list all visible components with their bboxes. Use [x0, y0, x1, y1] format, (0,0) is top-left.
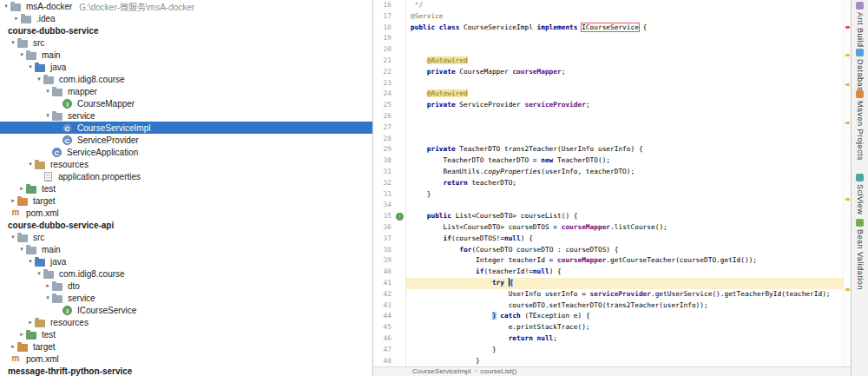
tool-window-button-bean-validation[interactable]: Bean Validation	[852, 219, 868, 294]
code-line-36[interactable]: 36 List<CourseDTO> courseDTOS = courseMa…	[373, 222, 851, 234]
tree-item-target[interactable]: ▸target	[0, 195, 372, 207]
collapse-arrow-icon[interactable]: ▾	[26, 61, 35, 73]
code-text[interactable]: UserInfo userInfo = serviceProvider.getU…	[406, 289, 851, 300]
code-line-39[interactable]: 39 Integer teacherId = courseMapper.getC…	[373, 255, 851, 267]
tree-item-service[interactable]: ▾service	[0, 292, 372, 304]
collapse-arrow-icon[interactable]: ▾	[43, 85, 52, 97]
tree-item-project-root[interactable]: ▾ msA-docker G:\docker-微服务\msA-docker	[0, 0, 372, 12]
collapse-arrow-icon[interactable]: ▾	[26, 255, 35, 267]
code-line-18[interactable]: 18public class CourseServiceImpl impleme…	[373, 23, 851, 34]
code-text[interactable]	[406, 200, 851, 211]
tree-item-mapper[interactable]: ▾mapper	[0, 85, 372, 97]
tree-item-test[interactable]: ▸test	[0, 182, 372, 195]
tree-item-src[interactable]: ▾src	[0, 36, 372, 49]
collapse-arrow-icon[interactable]: ▾	[17, 243, 26, 255]
gutter-line-number[interactable]: 37	[373, 234, 406, 245]
tree-item-main[interactable]: ▾main	[0, 243, 372, 255]
tree-item-pom-xml[interactable]: mpom.xml	[0, 353, 372, 365]
tree-item-icourseservice[interactable]: IICourseService	[0, 304, 372, 316]
code-text[interactable]: for(CourseDTO courseDTO : courseDTOS) {	[406, 245, 851, 256]
code-text[interactable]: public class CourseServiceImpl implement…	[406, 23, 851, 34]
code-text[interactable]	[406, 111, 851, 122]
gutter-line-number[interactable]: 16	[373, 0, 406, 11]
error-stripe-mark[interactable]	[845, 26, 850, 29]
tree-item-application-properties[interactable]: application.properties	[0, 170, 372, 182]
code-line-21[interactable]: 21 @Autowired	[373, 56, 851, 67]
gutter-line-number[interactable]: 27	[373, 122, 406, 134]
code-line-40[interactable]: 40 if(teacherId!=null) {	[373, 267, 851, 278]
collapse-arrow-icon[interactable]: ▾	[35, 267, 43, 280]
gutter-line-number[interactable]: 40	[373, 267, 406, 278]
tree-item-java[interactable]: ▾java	[0, 255, 372, 267]
code-line-19[interactable]: 19	[373, 33, 851, 44]
warn-stripe-mark[interactable]	[845, 54, 850, 56]
code-line-46[interactable]: 46 return null;	[373, 333, 851, 345]
code-text[interactable]: }	[406, 345, 851, 356]
code-line-29[interactable]: 29 private TeacherDTO trans2Teacher(User…	[373, 144, 851, 155]
code-line-34[interactable]: 34	[373, 200, 851, 211]
tree-item-java[interactable]: ▾java	[0, 61, 372, 73]
breadcrumb-method[interactable]: courseList()	[480, 367, 516, 376]
tree-item-service[interactable]: ▾service	[0, 109, 372, 122]
tree-item-test[interactable]: ▸test	[0, 328, 372, 340]
collapse-arrow-icon[interactable]: ▾	[9, 231, 17, 243]
error-stripe-scrollbar[interactable]	[843, 0, 851, 366]
gutter-line-number[interactable]: 33	[373, 189, 406, 201]
tree-item-serviceapplication[interactable]: CServiceApplication	[0, 146, 372, 158]
code-line-16[interactable]: 16 */	[373, 0, 851, 11]
gutter-line-number[interactable]: 41	[373, 278, 406, 289]
code-text[interactable]: TeacherDTO teacherDTO = new TeacherDTO()…	[406, 155, 851, 167]
gutter-line-number[interactable]: 36	[373, 222, 406, 234]
tree-item-course-dubbo-service[interactable]: course-dubbo-service	[0, 24, 372, 36]
code-text[interactable]: private TeacherDTO trans2Teacher(UserInf…	[406, 144, 851, 155]
expand-arrow-icon[interactable]: ▸	[26, 316, 35, 328]
code-line-42[interactable]: 42 UserInfo userInfo = serviceProvider.g…	[373, 289, 851, 300]
tool-window-button-sciview[interactable]: SciView	[852, 174, 868, 218]
gutter-line-number[interactable]: 35↑	[373, 211, 406, 222]
code-line-31[interactable]: 31 BeanUtils.copyProperties(userInfo, te…	[373, 167, 851, 178]
warn-stripe-mark[interactable]	[845, 288, 850, 291]
gutter-line-number[interactable]: 23	[373, 78, 406, 89]
code-text[interactable]	[406, 78, 851, 89]
code-text[interactable]: }	[406, 189, 851, 201]
gutter-line-number[interactable]: 21	[373, 56, 406, 67]
code-line-32[interactable]: 32 return teacherDTO;	[373, 178, 851, 189]
gutter-line-number[interactable]: 30	[373, 155, 406, 167]
tree-item--idea[interactable]: ▸.idea	[0, 12, 372, 24]
code-text[interactable]: try {	[406, 278, 851, 289]
code-text[interactable]: private CourseMapper courseMapper;	[406, 67, 851, 78]
gutter-line-number[interactable]: 44	[373, 311, 406, 322]
gutter-line-number[interactable]: 17	[373, 11, 406, 23]
code-text[interactable]: e.printStackTrace();	[406, 322, 851, 333]
collapse-arrow-icon[interactable]: ▾	[17, 49, 26, 61]
gutter-line-number[interactable]: 42	[373, 289, 406, 300]
code-line-25[interactable]: 25 private ServiceProvider serviceProvid…	[373, 100, 851, 111]
expand-arrow-icon[interactable]: ▸	[12, 12, 21, 24]
code-text[interactable]: private ServiceProvider serviceProvider;	[406, 100, 851, 111]
gutter-line-number[interactable]: 19	[373, 33, 406, 44]
collapse-arrow-icon[interactable]: ▾	[9, 36, 17, 49]
code-text[interactable]: Integer teacherId = courseMapper.getCour…	[406, 255, 851, 267]
gutter-line-number[interactable]: 26	[373, 111, 406, 122]
code-line-33[interactable]: 33 }	[373, 189, 851, 201]
implements-marker-icon[interactable]: ↑	[396, 213, 404, 221]
code-line-27[interactable]: 27	[373, 122, 851, 134]
tree-item-com-idig8-course[interactable]: ▾com.idig8.course	[0, 73, 372, 85]
code-line-30[interactable]: 30 TeacherDTO teacherDTO = new TeacherDT…	[373, 155, 851, 167]
tree-item-serviceprovider[interactable]: CServiceProvider	[0, 134, 372, 146]
tree-item-main[interactable]: ▾main	[0, 49, 372, 61]
gutter-line-number[interactable]: 48	[373, 356, 406, 367]
gutter-line-number[interactable]: 22	[373, 67, 406, 78]
tree-item-pom-xml[interactable]: mpom.xml	[0, 207, 372, 219]
tree-item-course-dubbo-service-api[interactable]: course-dubbo-service-api	[0, 219, 372, 231]
code-line-28[interactable]: 28	[373, 134, 851, 145]
expand-arrow-icon[interactable]: ▸	[17, 182, 26, 195]
tree-item-src[interactable]: ▾src	[0, 231, 372, 243]
collapse-arrow-icon[interactable]: ▾	[43, 109, 52, 122]
code-text[interactable]: }	[406, 356, 851, 367]
tool-window-button-maven-projects[interactable]: Maven Projects	[852, 90, 868, 164]
code-line-48[interactable]: 48 }	[373, 356, 851, 367]
gutter-line-number[interactable]: 18	[373, 23, 406, 34]
code-text[interactable]: courseDTO.setTeacherDTO(trans2Teacher(us…	[406, 300, 851, 312]
tool-window-button-ant-build[interactable]: Ant Build	[852, 2, 868, 51]
